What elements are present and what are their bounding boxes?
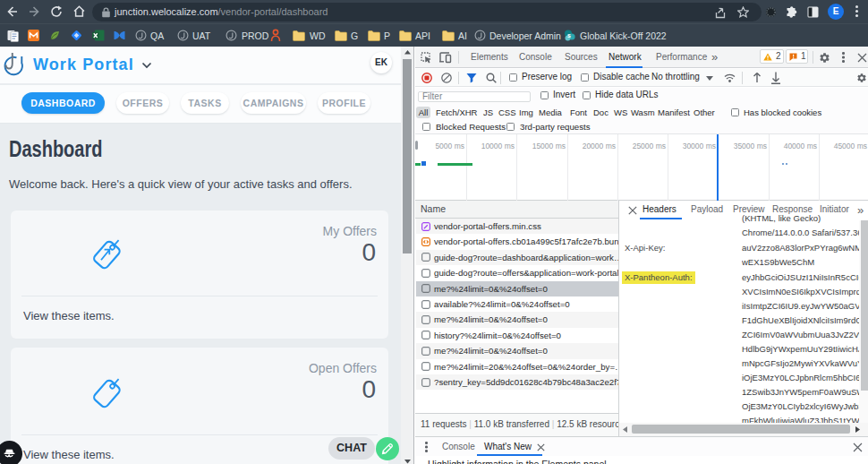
svg-text:s: s (567, 32, 571, 39)
